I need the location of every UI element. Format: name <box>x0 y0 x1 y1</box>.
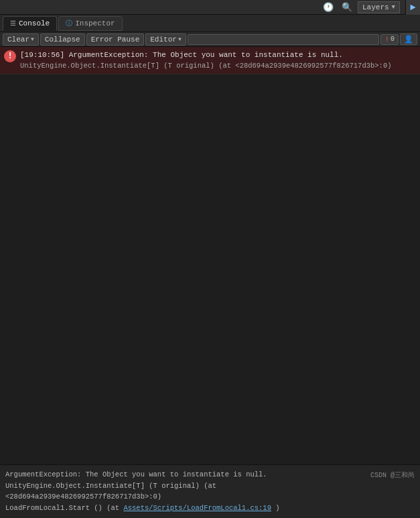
entry-timestamp: [19:10:56] <box>20 51 64 59</box>
entry-text: [19:10:56] ArgumentException: The Object… <box>20 50 416 71</box>
play-icon: ► <box>410 2 415 13</box>
top-bar: 🕐 🔍 Layers ▼ ► <box>0 0 420 15</box>
clear-label: Clear <box>7 36 29 44</box>
tab-inspector-label: Inspector <box>75 19 115 27</box>
entry-line2: UnityEngine.Object.Instantiate[T] (T ori… <box>20 61 416 72</box>
error-badge-icon: ! <box>384 36 389 44</box>
toolbar: Clear ▼ Collapse Error Pause Editor ▼ ! … <box>0 32 420 47</box>
top-bar-icons: 🕐 🔍 Layers ▼ <box>315 1 405 14</box>
error-count: 0 <box>391 36 395 43</box>
error-pause-button[interactable]: Error Pause <box>86 34 145 46</box>
search-icon[interactable]: 🔍 <box>339 1 355 14</box>
clear-arrow: ▼ <box>31 36 34 42</box>
tab-console-label: Console <box>19 19 50 27</box>
user-badge: 👤 <box>400 34 417 45</box>
tab-row: ☰ Console ⓘ Inspector <box>0 15 420 32</box>
layers-dropdown-arrow: ▼ <box>392 4 395 11</box>
console-entry[interactable]: ! [19:10:56] ArgumentException: The Obje… <box>0 47 420 74</box>
entry-line1: [19:10:56] ArgumentException: The Object… <box>20 50 416 61</box>
search-input[interactable] <box>188 34 380 45</box>
error-pause-label: Error Pause <box>91 36 140 44</box>
play-button[interactable]: ► <box>405 0 420 15</box>
error-icon-text: ! <box>7 52 12 60</box>
editor-button[interactable]: Editor ▼ <box>145 34 186 46</box>
history-icon[interactable]: 🕐 <box>320 1 336 14</box>
layers-label: Layers <box>362 3 389 11</box>
collapse-button[interactable]: Collapse <box>40 34 85 46</box>
editor-label: Editor <box>150 36 177 44</box>
status-line3: LoadFromLocal1.Start () (at Assets/Scrip… <box>5 503 415 514</box>
editor-arrow: ▼ <box>178 36 182 42</box>
error-icon: ! <box>4 50 16 62</box>
inspector-tab-icon: ⓘ <box>66 19 72 28</box>
entry-message: ArgumentException: The Object you want t… <box>69 51 343 59</box>
console-tab-icon: ☰ <box>10 19 16 27</box>
collapse-label: Collapse <box>45 36 80 44</box>
status-line3-prefix: LoadFromLocal1.Start () (at <box>5 504 123 512</box>
status-line3-link[interactable]: Assets/Scripts/LoadFromLocal1.cs:19 <box>123 504 271 512</box>
console-content[interactable]: ! [19:10:56] ArgumentException: The Obje… <box>0 47 420 464</box>
status-line3-suffix: ) <box>275 504 279 512</box>
tab-console[interactable]: ☰ Console <box>3 16 57 31</box>
brand-text: CSDN @三和尚 <box>370 470 415 481</box>
status-line1: ArgumentException: The Object you want t… <box>5 469 415 480</box>
clear-button[interactable]: Clear ▼ <box>3 34 39 46</box>
user-icon: 👤 <box>404 35 413 44</box>
layers-dropdown[interactable]: Layers ▼ <box>358 1 400 13</box>
status-line2: UnityEngine.Object.Instantiate[T] (T ori… <box>5 480 415 503</box>
status-bar: CSDN @三和尚 ArgumentException: The Object … <box>0 464 420 518</box>
error-count-badge: ! 0 <box>380 34 399 45</box>
tab-inspector[interactable]: ⓘ Inspector <box>58 16 122 31</box>
